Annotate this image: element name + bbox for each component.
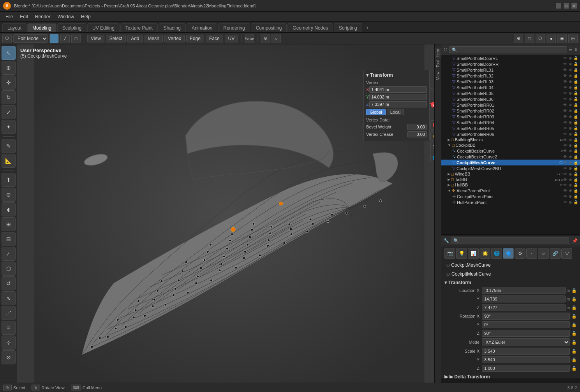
prop-constraints-btn[interactable]: 🔗 bbox=[550, 248, 561, 259]
prop-location-x-input[interactable] bbox=[482, 287, 566, 294]
tab-compositing[interactable]: Compositing bbox=[251, 23, 287, 32]
xray-btn[interactable]: □ bbox=[525, 34, 534, 43]
prop-scale-z-lock[interactable]: 🔒 bbox=[571, 366, 577, 371]
prop-delta-transform-section[interactable]: ▶ ▶ Delta Transform bbox=[444, 374, 577, 378]
prop-physics-btn[interactable]: ○ bbox=[538, 248, 549, 259]
menu-file[interactable]: File bbox=[2, 13, 16, 20]
knife-tool-btn[interactable]: ∕ bbox=[2, 247, 16, 261]
vertex-menu[interactable]: Vertex bbox=[164, 35, 185, 42]
prop-rotation-x-lock[interactable]: 🔒 bbox=[571, 314, 577, 319]
measure-tool-btn[interactable]: 📐 bbox=[2, 154, 16, 168]
outliner-item-SmallPortholeRR06[interactable]: ▽ SmallPortholeRR06 👁⊕🔒 bbox=[441, 131, 580, 137]
prop-location-y-input[interactable] bbox=[482, 295, 566, 302]
prop-particles-btn[interactable]: · bbox=[526, 248, 537, 259]
spin-tool-btn[interactable]: ↺ bbox=[2, 276, 16, 290]
outliner-item-CockpitBezierCurve2[interactable]: ∿ CockpitBezierCurve2 👁⊕🔒 bbox=[441, 154, 580, 160]
proportional-edit-btn[interactable]: ○ bbox=[271, 34, 281, 43]
edge-mode-btn[interactable]: ╱ bbox=[60, 34, 70, 43]
outliner-item-CockpitBezierCurve[interactable]: ∿ CockpitBezierCurve 2 👁⊕🔒 bbox=[441, 148, 580, 154]
tab-uv-editing[interactable]: UV Editing bbox=[87, 23, 120, 32]
outliner-item-HullBB[interactable]: ▶ □ HullBB ₂₂ 👁⊕🔒 bbox=[441, 182, 580, 188]
extrude-tool-btn[interactable]: ⬆ bbox=[2, 173, 16, 187]
prop-location-z-input[interactable] bbox=[482, 304, 566, 311]
add-workspace-button[interactable]: + bbox=[363, 24, 372, 32]
prop-object-btn[interactable]: 🔷 bbox=[503, 248, 514, 259]
select-menu[interactable]: Select bbox=[106, 35, 126, 42]
face-mode-btn[interactable]: □ bbox=[71, 34, 81, 43]
mode-select[interactable]: Edit Mode bbox=[13, 34, 48, 43]
outliner-item-HullParentPoint[interactable]: ✛ HullParentPoint 👁⊕🔒 bbox=[441, 199, 580, 205]
outliner-item-BuildingBlocks[interactable]: ▶ □ BuildingBlocks ₁₀ 👁⊕🔒 bbox=[441, 137, 580, 142]
prop-scale-z-input[interactable] bbox=[482, 365, 570, 372]
shading-solid-btn[interactable]: ● bbox=[547, 34, 556, 43]
inset-tool-btn[interactable]: ⊙ bbox=[2, 188, 16, 202]
edge-menu[interactable]: Edge bbox=[186, 35, 204, 42]
outliner-item-CockpitMeshCurve[interactable]: ▽ CockpitMeshCurve ⬡ 👁⊕🔒 bbox=[441, 160, 580, 165]
add-menu[interactable]: Add bbox=[127, 35, 143, 42]
outliner-item-SmallPortholeRL05[interactable]: ▽ SmallPortholeRL05 👁⊕🔒 bbox=[441, 90, 580, 96]
tab-sculpting[interactable]: Sculpting bbox=[57, 23, 86, 32]
outliner-item-AircatParentPoint[interactable]: ▼ ✛ AircatParentPoint 👁⊕🔒 bbox=[441, 188, 580, 193]
tab-geometry-nodes[interactable]: Geometry Nodes bbox=[287, 23, 333, 32]
vertex-z-input[interactable] bbox=[369, 101, 427, 107]
tab-modeling[interactable]: Modeling bbox=[27, 23, 56, 32]
bevel-weight-input[interactable] bbox=[407, 124, 427, 130]
snap-btn[interactable]: ⊙ bbox=[261, 34, 270, 43]
outliner-item-SmallPortholeDoorRR[interactable]: ▽ SmallPortholeDoorRR 👁⊕🔒 bbox=[441, 61, 580, 67]
prop-render-btn[interactable]: 📷 bbox=[444, 248, 455, 259]
prop-scale-y-input[interactable] bbox=[482, 356, 570, 363]
push-pull-btn[interactable]: ⊘ bbox=[2, 350, 16, 364]
prop-mode-select[interactable]: XYZ Euler bbox=[482, 338, 570, 346]
outliner-item-SmallPortholeRR02[interactable]: ▽ SmallPortholeRR02 👁⊕🔒 bbox=[441, 108, 580, 114]
tool-tab[interactable]: Tool bbox=[435, 59, 441, 69]
menu-render[interactable]: Render bbox=[32, 13, 53, 20]
maximize-button[interactable]: □ bbox=[564, 3, 569, 9]
tab-shading[interactable]: Shading bbox=[159, 23, 186, 32]
outliner-item-SmallPortholeRL02[interactable]: ▽ SmallPortholeRL02 👁⊕🔒 bbox=[441, 73, 580, 79]
view-menu[interactable]: View bbox=[87, 35, 104, 42]
prop-location-y-lock[interactable]: 🔒 bbox=[571, 297, 577, 302]
outliner-item-SmallPortholeRR05[interactable]: ▽ SmallPortholeRR05 👁⊕🔒 bbox=[441, 125, 580, 131]
editor-type-btn[interactable]: ⬡ bbox=[2, 34, 12, 43]
move-tool-btn[interactable]: ✛ bbox=[2, 76, 16, 90]
prop-rotation-y-lock[interactable]: 🔒 bbox=[571, 322, 577, 327]
prop-scale-x-input[interactable] bbox=[482, 348, 570, 355]
shading-rendered-btn[interactable]: ◎ bbox=[568, 34, 578, 43]
transform-tool-btn[interactable]: ✦ bbox=[2, 120, 16, 134]
outliner-item-SmallPortholeRL03[interactable]: ▽ SmallPortholeRL03 👁⊕🔒 bbox=[441, 79, 580, 84]
prop-rotation-y-input[interactable] bbox=[482, 321, 570, 328]
outliner-item-SmallPortholeRL04[interactable]: ▽ SmallPortholeRL04 👁⊕🔒 bbox=[441, 84, 580, 90]
outliner-item-CockpitMeshCurve2BU[interactable]: ▽ CockpitMeshCurve2BU 👁⊕🔒 bbox=[441, 165, 580, 171]
prop-location-z-lock[interactable]: 🔒 bbox=[571, 305, 577, 310]
select-tool-btn[interactable]: ↖ bbox=[2, 46, 16, 60]
shrink-fatten-btn[interactable]: ⊹ bbox=[2, 336, 16, 350]
prop-data-btn[interactable]: ▽ bbox=[561, 248, 572, 259]
bevel-tool-btn[interactable]: ◖ bbox=[2, 202, 16, 216]
outliner-item-SmallPortholeRR03[interactable]: ▽ SmallPortholeRR03 👁⊕🔒 bbox=[441, 114, 580, 120]
outliner-item-SmallPortholeRL01[interactable]: ▽ SmallPortholeRL01 👁⊕🔒 bbox=[441, 67, 580, 73]
outliner-item-CockpitParentPoint[interactable]: ✛ CockpitParentPoint 👁⊕🔒 bbox=[441, 193, 580, 199]
tab-rendering[interactable]: Rendering bbox=[218, 23, 250, 32]
global-btn[interactable]: Global bbox=[366, 109, 386, 115]
prop-mode-lock[interactable]: 🔒 bbox=[571, 340, 577, 345]
prop-scale-x-lock[interactable]: 🔒 bbox=[571, 349, 577, 354]
mesh-menu[interactable]: Mesh bbox=[145, 35, 163, 42]
outliner-item-SmallPortholeRR01[interactable]: ▽ SmallPortholeRR01 👁⊕🔒 bbox=[441, 102, 580, 108]
offset-edge-loop-btn[interactable]: ⊟ bbox=[2, 232, 16, 246]
vertex-y-input[interactable] bbox=[369, 94, 427, 100]
prop-scale-y-lock[interactable]: 🔒 bbox=[571, 357, 577, 362]
poly-build-btn[interactable]: ⬡ bbox=[2, 262, 16, 276]
prop-output-btn[interactable]: 💡 bbox=[456, 248, 467, 259]
item-tab[interactable]: Item bbox=[435, 47, 441, 58]
outliner-item-WingBB[interactable]: ▶ □ WingBB ₁₃ ₂ 👁⊕🔒 bbox=[441, 171, 580, 177]
close-button[interactable]: ✕ bbox=[571, 3, 577, 9]
outliner-item-CockpitBB[interactable]: ▼ □ CockpitBB 👁⊕🔒 bbox=[441, 142, 580, 148]
rotate-tool-btn[interactable]: ↻ bbox=[2, 90, 16, 104]
face-select-display[interactable]: Face bbox=[245, 34, 254, 43]
prop-location-x-lock[interactable]: 🔒 bbox=[571, 288, 577, 293]
overlay-btn[interactable]: ⊕ bbox=[514, 34, 523, 43]
menu-help[interactable]: Help bbox=[78, 13, 94, 20]
scale-tool-btn[interactable]: ⤢ bbox=[2, 105, 16, 119]
prop-scene-btn[interactable]: 🌟 bbox=[480, 248, 490, 259]
loop-cut-tool-btn[interactable]: ⊞ bbox=[2, 217, 16, 231]
